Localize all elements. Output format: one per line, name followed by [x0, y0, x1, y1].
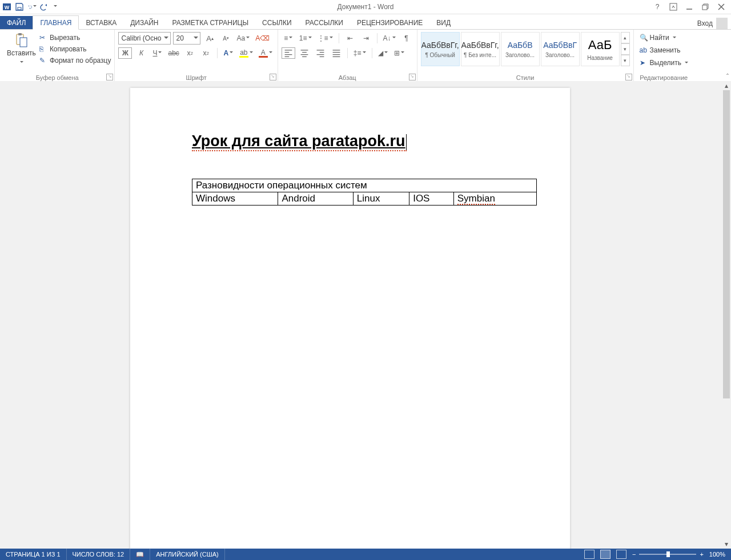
style-heading1[interactable]: АаБбВЗаголово...: [501, 32, 540, 66]
styles-down-icon[interactable]: ▾: [621, 43, 630, 55]
table-cell[interactable]: Linux: [353, 192, 409, 206]
zoom-in-icon[interactable]: +: [700, 551, 703, 558]
italic-button[interactable]: К: [134, 47, 148, 59]
zoom-slider[interactable]: − +: [632, 551, 704, 558]
style-no-spacing[interactable]: АаБбВвГг,¶ Без инте...: [461, 32, 500, 66]
indent-button[interactable]: ⇥: [359, 33, 373, 44]
font-color-button[interactable]: A: [257, 47, 274, 59]
restore-icon[interactable]: [701, 3, 709, 11]
replace-button[interactable]: abЗаменить: [640, 45, 688, 56]
tab-design[interactable]: ДИЗАЙН: [123, 16, 165, 29]
vertical-scrollbar[interactable]: ▴ ▾: [722, 81, 731, 549]
group-editing: 🔍Найти abЗаменить ➤Выделить Редактирован…: [634, 30, 694, 82]
shading-button[interactable]: ◢: [376, 47, 390, 59]
scroll-down-icon[interactable]: ▾: [722, 539, 731, 549]
styles-more-icon[interactable]: ▾: [621, 55, 630, 66]
proofing-indicator[interactable]: 📖: [130, 549, 150, 560]
web-layout-icon[interactable]: [616, 550, 626, 559]
find-button[interactable]: 🔍Найти: [640, 32, 688, 43]
table-header-cell[interactable]: Разновидности операционных систем: [192, 179, 537, 192]
qat-customize-icon[interactable]: [53, 2, 57, 11]
dialog-launcher-icon[interactable]: ↘: [625, 74, 632, 80]
superscript-button[interactable]: x2: [199, 47, 213, 59]
align-left-button[interactable]: [282, 47, 295, 59]
format-painter-button[interactable]: ✎Формат по образцу: [39, 55, 111, 66]
dialog-launcher-icon[interactable]: ↘: [106, 74, 113, 80]
page[interactable]: Урок для сайта paratapok.ru Разновидност…: [130, 88, 570, 549]
font-name-combo[interactable]: Calibri (Осно: [118, 32, 171, 45]
dialog-launcher-icon[interactable]: ↘: [409, 74, 416, 80]
cut-button[interactable]: ✂Вырезать: [39, 32, 111, 43]
minimize-icon[interactable]: [685, 3, 693, 11]
style-normal[interactable]: АаБбВвГг,¶ Обычный: [421, 32, 460, 66]
line-spacing-button[interactable]: ‡≡: [352, 47, 368, 59]
underline-button[interactable]: Ч: [150, 47, 164, 59]
clear-format-button[interactable]: A⌫: [254, 33, 271, 44]
copy-button[interactable]: ⎘Копировать: [39, 43, 111, 55]
highlight-button[interactable]: ab: [238, 47, 255, 59]
paste-button[interactable]: Вставить: [3, 31, 39, 67]
zoom-level[interactable]: 100%: [709, 551, 725, 558]
tab-home[interactable]: ГЛАВНАЯ: [33, 15, 79, 30]
tab-file[interactable]: ФАЙЛ: [0, 16, 33, 29]
bold-button[interactable]: Ж: [118, 47, 132, 59]
zoom-handle[interactable]: [666, 551, 670, 557]
select-button[interactable]: ➤Выделить: [640, 57, 688, 69]
outdent-button[interactable]: ⇤: [343, 33, 357, 44]
read-mode-icon[interactable]: [584, 550, 595, 559]
styles-gallery: АаБбВвГг,¶ Обычный АаБбВвГг,¶ Без инте..…: [421, 31, 630, 66]
sort-button[interactable]: A↓: [381, 33, 397, 44]
word-count[interactable]: ЧИСЛО СЛОВ: 12: [67, 549, 131, 560]
table-cell[interactable]: Symbian: [453, 192, 536, 206]
multilevel-button[interactable]: ⋮≡: [316, 33, 335, 44]
undo-icon[interactable]: [27, 2, 37, 11]
borders-button[interactable]: ⊞: [392, 47, 406, 59]
chevron-down-icon: [672, 34, 676, 42]
strikethrough-button[interactable]: abc: [166, 47, 180, 59]
language-indicator[interactable]: АНГЛИЙСКИЙ (США): [150, 549, 225, 560]
text-effects-button[interactable]: A: [222, 47, 235, 59]
table-cell[interactable]: Windows: [192, 192, 278, 206]
redo-icon[interactable]: [40, 2, 49, 11]
zoom-track[interactable]: [639, 554, 696, 555]
show-marks-button[interactable]: ¶: [400, 33, 413, 44]
status-bar: СТРАНИЦА 1 ИЗ 1 ЧИСЛО СЛОВ: 12 📖 АНГЛИЙС…: [0, 549, 731, 560]
table-cell[interactable]: IOS: [409, 192, 454, 206]
close-icon[interactable]: [717, 3, 725, 11]
page-indicator[interactable]: СТРАНИЦА 1 ИЗ 1: [0, 549, 67, 560]
zoom-out-icon[interactable]: −: [632, 551, 636, 558]
account-login[interactable]: Вход: [697, 18, 731, 29]
tab-mailings[interactable]: РАССЫЛКИ: [299, 16, 350, 29]
tab-references[interactable]: ССЫЛКИ: [255, 16, 298, 29]
numbering-button[interactable]: 1≡: [298, 33, 314, 44]
save-icon[interactable]: [15, 2, 24, 11]
dialog-launcher-icon[interactable]: ↘: [270, 74, 276, 80]
table-cell[interactable]: Android: [278, 192, 353, 206]
tab-layout[interactable]: РАЗМЕТКА СТРАНИЦЫ: [166, 16, 256, 29]
tab-review[interactable]: РЕЦЕНЗИРОВАНИЕ: [350, 16, 429, 29]
document-table[interactable]: Разновидности операционных систем Window…: [192, 179, 537, 206]
style-title[interactable]: АаБНазвание: [581, 32, 620, 66]
subscript-button[interactable]: x2: [183, 47, 197, 59]
scroll-up-icon[interactable]: ▴: [722, 81, 731, 90]
word-app-icon[interactable]: W: [2, 2, 11, 11]
change-case-button[interactable]: Aa: [235, 33, 251, 44]
styles-up-icon[interactable]: ▴: [621, 32, 630, 43]
shrink-font-button[interactable]: A▾: [219, 33, 232, 44]
align-center-button[interactable]: [298, 47, 311, 59]
align-right-button[interactable]: [314, 47, 327, 59]
collapse-ribbon-icon[interactable]: ˆ: [726, 73, 729, 81]
bucket-icon: ◢: [378, 49, 383, 57]
print-layout-icon[interactable]: [600, 550, 610, 559]
bullets-button[interactable]: ≡: [282, 33, 295, 44]
tab-insert[interactable]: ВСТАВКА: [79, 16, 123, 29]
scroll-thumb[interactable]: [723, 90, 730, 398]
tab-view[interactable]: ВИД: [429, 16, 457, 29]
style-heading2[interactable]: АаБбВвГЗаголово...: [541, 32, 580, 66]
ribbon-display-icon[interactable]: [669, 3, 677, 11]
justify-button[interactable]: [330, 47, 343, 59]
font-size-combo[interactable]: 20: [173, 32, 200, 45]
help-icon[interactable]: ?: [653, 3, 661, 11]
document-heading[interactable]: Урок для сайта paratapok.ru: [192, 132, 407, 151]
grow-font-button[interactable]: A▴: [203, 33, 216, 44]
